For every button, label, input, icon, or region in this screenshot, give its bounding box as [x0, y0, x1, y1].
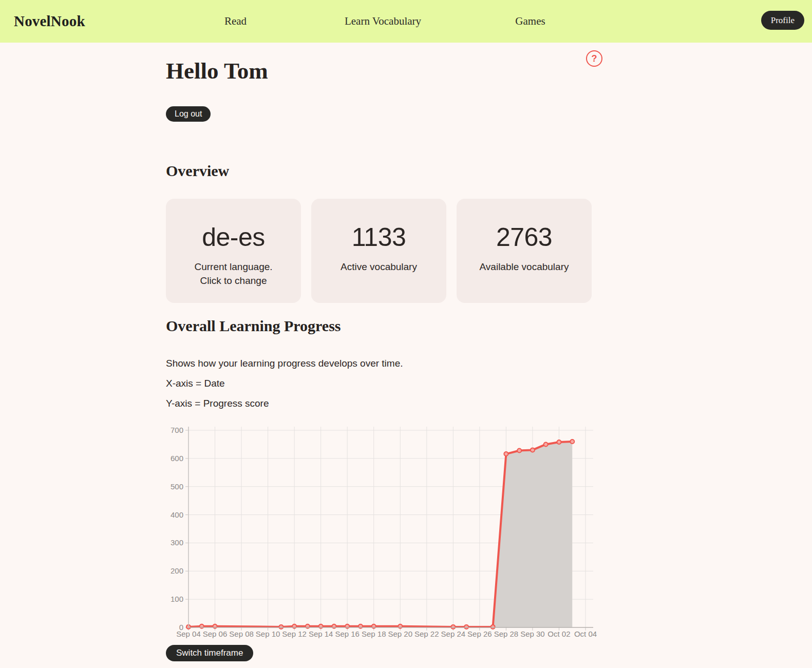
svg-text:Oct 02: Oct 02 [547, 629, 570, 638]
overview-cards: de-es Current language. Click to change … [166, 199, 812, 303]
chart-description: Shows how your learning progress develop… [166, 358, 812, 369]
svg-text:Sep 18: Sep 18 [362, 629, 386, 638]
main-content: Hello Tom ? Log out Overview de-es Curre… [0, 58, 812, 661]
progress-heading: Overall Learning Progress [166, 317, 812, 335]
card-label-available: Available vocabulary [457, 260, 592, 274]
nav-item-games[interactable]: Games [457, 0, 604, 43]
logout-button[interactable]: Log out [166, 106, 211, 122]
svg-text:700: 700 [171, 426, 183, 434]
overview-heading: Overview [166, 162, 812, 180]
svg-text:400: 400 [171, 510, 183, 519]
card-value-active: 1133 [311, 222, 446, 252]
card-label-language: Current language. Click to change [166, 260, 301, 288]
nav-item-read[interactable]: Read [162, 0, 309, 43]
profile-button[interactable]: Profile [761, 11, 804, 30]
progress-chart: 0100200300400500600700Sep 04Sep 06Sep 08… [166, 420, 602, 638]
logout-row: Log out [166, 106, 812, 122]
svg-text:Sep 12: Sep 12 [282, 629, 307, 638]
card-label-active: Active vocabulary [311, 260, 446, 274]
svg-text:Sep 20: Sep 20 [388, 629, 412, 638]
svg-text:Sep 10: Sep 10 [256, 629, 280, 638]
svg-text:Sep 14: Sep 14 [309, 629, 333, 638]
svg-text:Sep 22: Sep 22 [414, 629, 439, 638]
help-icon[interactable]: ? [586, 50, 602, 67]
nav-item-learn-vocabulary[interactable]: Learn Vocabulary [309, 0, 457, 43]
svg-text:600: 600 [171, 454, 183, 463]
top-navbar: NovelNook Read Learn Vocabulary Games Pr… [0, 0, 812, 43]
card-label-line: Click to change [200, 275, 267, 286]
svg-text:Sep 08: Sep 08 [229, 629, 254, 638]
svg-text:Sep 06: Sep 06 [203, 629, 228, 638]
svg-text:300: 300 [171, 538, 183, 547]
svg-text:Sep 28: Sep 28 [494, 629, 519, 638]
x-axis-note: X-axis = Date [166, 378, 812, 389]
svg-text:Sep 26: Sep 26 [467, 629, 492, 638]
switch-row: Switch timeframe [166, 645, 812, 661]
y-axis-note: Y-axis = Progress score [166, 398, 812, 409]
svg-text:Sep 04: Sep 04 [176, 629, 201, 638]
card-label-line: Available vocabulary [480, 261, 569, 272]
svg-text:Sep 16: Sep 16 [335, 629, 360, 638]
svg-text:100: 100 [171, 595, 183, 603]
brand-logo[interactable]: NovelNook [14, 13, 85, 30]
svg-text:Oct 04: Oct 04 [574, 629, 597, 638]
svg-text:Sep 30: Sep 30 [520, 629, 545, 638]
switch-timeframe-button[interactable]: Switch timeframe [166, 645, 253, 661]
svg-text:200: 200 [171, 566, 183, 575]
card-value-available: 2763 [457, 222, 592, 252]
page-title: Hello Tom [166, 58, 812, 84]
svg-text:500: 500 [171, 482, 183, 491]
card-label-line: Current language. [194, 261, 272, 272]
card-active-vocabulary: 1133 Active vocabulary [311, 199, 446, 303]
main-nav: Read Learn Vocabulary Games [162, 0, 604, 43]
card-value-language: de-es [166, 222, 301, 252]
card-available-vocabulary: 2763 Available vocabulary [457, 199, 592, 303]
card-label-line: Active vocabulary [341, 261, 417, 272]
card-current-language[interactable]: de-es Current language. Click to change [166, 199, 301, 303]
svg-text:Sep 24: Sep 24 [441, 629, 466, 638]
